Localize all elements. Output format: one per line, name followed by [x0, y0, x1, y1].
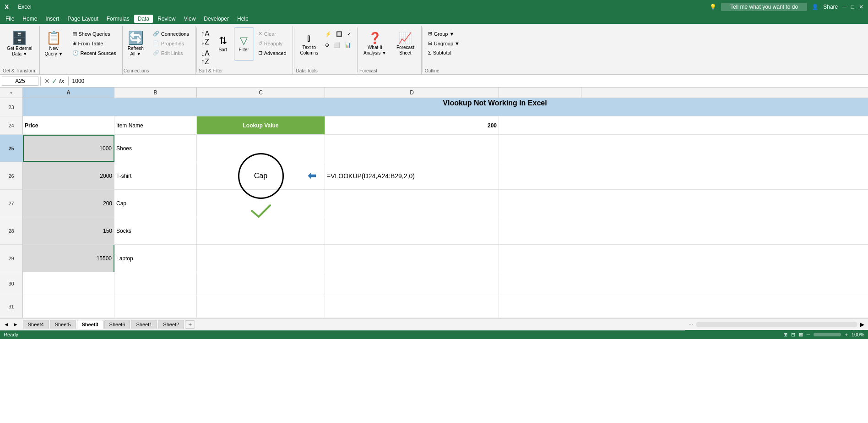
view-layout-icon[interactable]: ⊟: [791, 332, 795, 338]
cell-a27[interactable]: 200: [23, 190, 114, 217]
cell-c28[interactable]: [197, 217, 325, 244]
cell-a28[interactable]: 150: [23, 217, 114, 244]
cell-b24[interactable]: Item Name: [114, 116, 197, 134]
maximize-button[interactable]: □: [851, 4, 854, 10]
row-num-24[interactable]: 24: [0, 116, 22, 135]
new-query-button[interactable]: 📋 NewQuery ▼: [41, 27, 67, 60]
menu-review[interactable]: Review: [154, 15, 179, 23]
row-num-29[interactable]: 29: [0, 245, 22, 272]
cell-c30[interactable]: [197, 272, 325, 295]
column-header-B[interactable]: B: [114, 88, 197, 98]
sort-asc-button[interactable]: ↑A↓Z: [199, 28, 212, 48]
cell-d23[interactable]: Vlookup Not Working In Excel: [23, 98, 868, 108]
reapply-button[interactable]: ↺ Reapply: [255, 39, 290, 48]
properties-button[interactable]: 📄 Properties: [150, 39, 192, 48]
column-header-C[interactable]: C: [197, 88, 325, 98]
group-button[interactable]: ⊞ Group ▼: [425, 29, 463, 38]
formula-input[interactable]: 1000: [71, 77, 866, 85]
advanced-button[interactable]: ⊟ Advanced: [255, 49, 290, 57]
minimize-button[interactable]: ─: [842, 4, 846, 10]
sort-desc-button[interactable]: ↓A↑Z: [199, 48, 212, 67]
edit-links-button[interactable]: 🔗 Edit Links: [150, 49, 192, 57]
row-num-28[interactable]: 28: [0, 217, 22, 245]
subtotal-button[interactable]: Σ Subtotal: [425, 49, 463, 57]
cell-a29[interactable]: 15500: [23, 245, 114, 272]
row-num-27[interactable]: 27: [0, 190, 22, 217]
cell-b26[interactable]: T-shirt: [114, 162, 197, 189]
from-table-button[interactable]: ⊞ From Table: [69, 39, 119, 48]
tell-me-box[interactable]: Tell me what you want to do: [721, 3, 807, 11]
zoom-in-icon[interactable]: +: [845, 332, 847, 337]
text-to-columns-button[interactable]: ⫾ Text toColumns: [296, 27, 322, 60]
menu-developer[interactable]: Developer: [200, 15, 233, 23]
view-normal-icon[interactable]: ⊞: [783, 332, 787, 338]
cell-a24[interactable]: Price: [23, 116, 114, 134]
cell-d25[interactable]: [325, 135, 499, 162]
horizontal-scrollbar[interactable]: [696, 322, 857, 327]
menu-view[interactable]: View: [180, 15, 200, 23]
menu-data[interactable]: Data: [134, 15, 153, 23]
cell-b30[interactable]: [114, 272, 197, 295]
row-num-26[interactable]: 26: [0, 162, 22, 190]
menu-page-layout[interactable]: Page Layout: [64, 15, 102, 23]
cell-d28[interactable]: [325, 217, 499, 244]
ungroup-button[interactable]: ⊟ Ungroup ▼: [425, 39, 463, 48]
cell-a30[interactable]: [23, 272, 114, 295]
close-button[interactable]: ✕: [859, 4, 863, 10]
show-queries-button[interactable]: ▤ Show Queries: [69, 29, 119, 38]
menu-help[interactable]: Help: [233, 15, 252, 23]
row-num-25[interactable]: 25: [0, 135, 22, 162]
filter-button[interactable]: ▽ Filter: [234, 27, 254, 60]
sheet-tab-sheet4[interactable]: Sheet4: [23, 320, 49, 329]
row-num-31[interactable]: 31: [0, 295, 22, 318]
confirm-formula-icon[interactable]: ✓: [52, 77, 57, 85]
sheet-tab-sheet5[interactable]: Sheet5: [50, 320, 76, 329]
cell-a25[interactable]: 1000: [23, 135, 114, 162]
row-num-23[interactable]: 23: [0, 98, 22, 116]
scroll-right-icon[interactable]: ▶: [860, 321, 864, 328]
connections-button[interactable]: 🔗 Connections: [150, 29, 192, 38]
column-header-A[interactable]: A: [23, 88, 114, 98]
cell-reference-box[interactable]: A25: [2, 77, 38, 86]
forecast-sheet-button[interactable]: 📈 ForecastSheet: [392, 27, 418, 60]
cell-d29[interactable]: [325, 245, 499, 272]
recent-sources-button[interactable]: 🕐 Recent Sources: [69, 49, 119, 57]
cell-d24[interactable]: 200: [325, 116, 499, 134]
cell-c26[interactable]: Cap: [197, 162, 325, 189]
cell-c24[interactable]: Lookup Value ➡: [197, 116, 325, 134]
cell-c31[interactable]: [197, 295, 325, 318]
column-header-D[interactable]: D: [325, 88, 499, 98]
cell-b27[interactable]: Cap: [114, 190, 197, 217]
refresh-all-button[interactable]: 🔄 RefreshAll ▼: [124, 27, 148, 60]
flash-fill-button[interactable]: ⚡: [323, 29, 333, 39]
cell-c27[interactable]: [197, 190, 325, 217]
cell-b29[interactable]: Laptop: [114, 245, 197, 272]
get-external-data-button[interactable]: 🗄️ Get ExternalData ▼: [3, 27, 37, 60]
cell-c25[interactable]: [197, 135, 325, 162]
sheet-tab-sheet2[interactable]: Sheet2: [158, 320, 184, 329]
share-label[interactable]: Share: [823, 4, 838, 10]
next-sheet-icon[interactable]: ►: [11, 321, 20, 328]
relationships-button[interactable]: ⬜: [332, 40, 342, 50]
add-sheet-button[interactable]: +: [185, 320, 195, 329]
share-icon[interactable]: 👤: [812, 4, 819, 10]
view-page-break-icon[interactable]: ⊠: [799, 332, 803, 338]
cell-a31[interactable]: [23, 295, 114, 318]
sort-button[interactable]: ⇅ Sort: [213, 27, 233, 60]
clear-button[interactable]: ✕ Clear: [255, 29, 290, 38]
sheet-tab-sheet1[interactable]: Sheet1: [131, 320, 157, 329]
cell-a26[interactable]: 2000: [23, 162, 114, 189]
cell-b25[interactable]: Shoes: [114, 135, 197, 162]
sheet-tab-sheet3[interactable]: Sheet3: [77, 320, 103, 329]
remove-duplicates-button[interactable]: 🔲: [334, 29, 344, 39]
data-validation-button[interactable]: ✓: [345, 29, 353, 39]
cell-c29[interactable]: [197, 245, 325, 272]
insert-function-icon[interactable]: fx: [59, 77, 65, 84]
menu-home[interactable]: Home: [19, 15, 41, 23]
menu-insert[interactable]: Insert: [42, 15, 63, 23]
menu-formulas[interactable]: Formulas: [103, 15, 133, 23]
manage-model-button[interactable]: 📊: [343, 40, 353, 50]
consolidate-button[interactable]: ⊕: [323, 40, 331, 50]
sheet-tab-sheet6[interactable]: Sheet6: [104, 320, 130, 329]
menu-file[interactable]: File: [2, 15, 18, 23]
